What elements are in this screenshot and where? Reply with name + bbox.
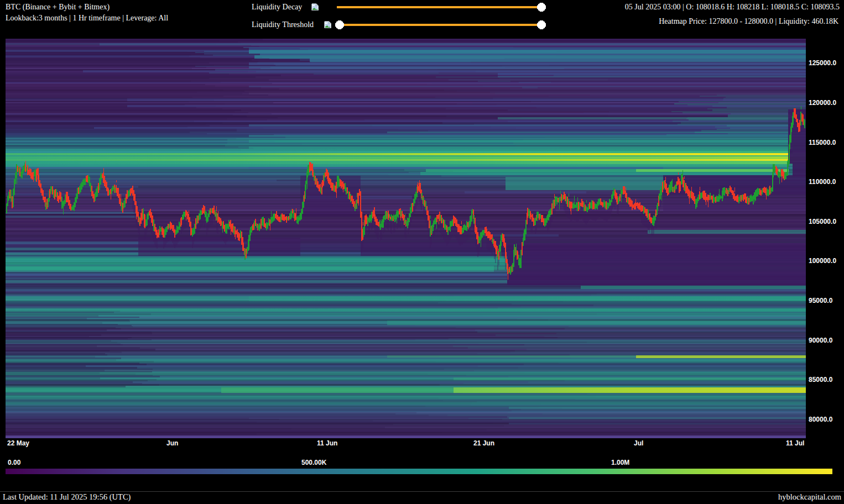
- svg-text:100000.0: 100000.0: [809, 257, 836, 265]
- svg-text:125000.0: 125000.0: [809, 59, 836, 67]
- svg-text:Heatmap Price: 127800.0 - 1280: Heatmap Price: 127800.0 - 128000.0 | Liq…: [659, 17, 838, 25]
- svg-text:hyblockcapital.com: hyblockcapital.com: [778, 492, 842, 501]
- svg-text:11 Jun: 11 Jun: [317, 439, 337, 447]
- svg-text:0.00: 0.00: [8, 459, 21, 466]
- svg-text:80000.0: 80000.0: [809, 416, 833, 423]
- svg-text:Jun: Jun: [166, 439, 178, 447]
- svg-text:Last Updated: 11 Jul 2025 19:5: Last Updated: 11 Jul 2025 19:56 (UTC): [3, 492, 131, 502]
- svg-text:Liquidity Decay: Liquidity Decay: [252, 3, 302, 11]
- svg-text:21 Jun: 21 Jun: [473, 439, 494, 447]
- svg-text:115000.0: 115000.0: [809, 139, 836, 146]
- svg-text:11 Jul: 11 Jul: [786, 439, 804, 447]
- svg-text:Jul: Jul: [634, 439, 643, 447]
- svg-text:85000.0: 85000.0: [809, 376, 833, 384]
- svg-text:05 Jul 2025 03:00 | O: 108018.: 05 Jul 2025 03:00 | O: 108018.6 H: 10821…: [625, 3, 840, 11]
- svg-text:Lookback:3 months | 1 Hr timef: Lookback:3 months | 1 Hr timeframe | Lev…: [6, 14, 168, 22]
- svg-text:Liquidity Threshold: Liquidity Threshold: [252, 20, 314, 29]
- svg-text:95000.0: 95000.0: [809, 297, 833, 305]
- svg-text:1.00M: 1.00M: [611, 459, 629, 466]
- svg-text:110000.0: 110000.0: [809, 178, 836, 186]
- svg-text:120000.0: 120000.0: [809, 99, 836, 107]
- svg-text:BTC (Binance + Bybit + Bitmex): BTC (Binance + Bybit + Bitmex): [6, 3, 110, 12]
- svg-text:22 May: 22 May: [7, 439, 29, 447]
- svg-text:90000.0: 90000.0: [809, 337, 833, 344]
- svg-text:105000.0: 105000.0: [809, 218, 836, 225]
- svg-text:500.00K: 500.00K: [301, 459, 327, 466]
